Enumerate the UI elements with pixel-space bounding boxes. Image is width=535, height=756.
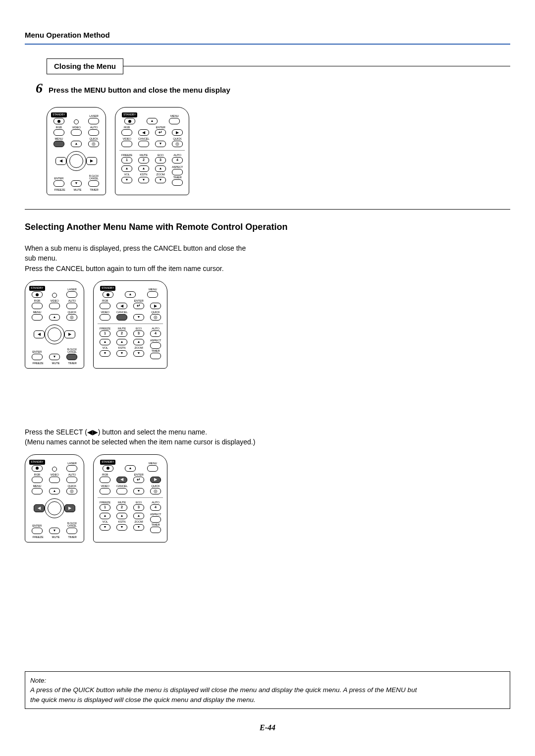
section-closing-menu: Closing the Menu	[47, 58, 510, 74]
right-button-b	[150, 477, 161, 483]
kstn-up	[116, 339, 127, 345]
remote-illustration-1: STANDBY LASER RGB VIDEO AUTO MENU QUICK …	[47, 107, 510, 195]
menu-button-b	[169, 118, 180, 124]
cancel-button	[66, 354, 77, 360]
label-menu-b: MENU	[149, 288, 157, 291]
zoom-up	[155, 165, 166, 172]
label-rgb-b: RGB	[102, 473, 108, 476]
vol-up	[121, 165, 132, 172]
label-rclick-cancel: R-CLICK/ CANCEL	[89, 175, 99, 180]
label-video: VIDEO	[72, 126, 80, 129]
down-button-b	[133, 314, 144, 321]
label-auto-b: AUTO	[152, 327, 159, 330]
down-button	[71, 180, 82, 187]
label-standby: STANDBY	[51, 112, 67, 117]
header-rule	[25, 44, 510, 45]
label-quick-b: QUICK	[173, 137, 182, 140]
label-video: VIDEO	[50, 473, 58, 476]
timer-button	[150, 527, 161, 533]
video-button	[71, 129, 82, 136]
vol-up	[100, 339, 110, 345]
label-auto: AUTO	[68, 299, 76, 302]
label-quick-b: QUICK	[151, 485, 160, 487]
remote-illustration-3: STANDBY LASER RGB VIDEO AUTO MENU QUICK …	[25, 454, 258, 542]
quick-button-b	[150, 314, 161, 321]
rgb-button-b	[121, 129, 132, 136]
label-timer: TIMER	[90, 188, 98, 191]
zoom-up	[133, 339, 144, 345]
label-timer: TIMER	[68, 536, 76, 539]
page-header-title: Menu Operation Method	[25, 30, 510, 41]
freeze-button-b: 1	[100, 504, 110, 511]
label-standby: STANDBY	[29, 460, 45, 465]
remote-b: STANDBY MENU RGB ENTER VIDEO CANCEL QUIC…	[115, 107, 189, 195]
kstn-down	[116, 524, 127, 531]
label-video: VIDEO	[50, 299, 58, 302]
label-enter-b: ENTER	[156, 126, 165, 129]
cancel-button	[88, 180, 99, 187]
label-rclick-cancel: R-CLICK/ CANCEL	[67, 348, 77, 353]
up-button	[49, 488, 60, 494]
auto-button	[66, 303, 77, 309]
label-rgb-b: RGB	[102, 299, 108, 302]
enter-button-b	[155, 129, 166, 136]
down-button-b	[133, 488, 144, 494]
video-button-b	[100, 488, 110, 494]
remote-b-2: STANDBY MENU RGB ENTER VIDEO CANCEL QUIC…	[93, 280, 167, 369]
label-kstn: KSTN	[118, 346, 126, 349]
up-button-b	[125, 291, 136, 298]
note-box: Note: A press of the QUICK button while …	[25, 671, 510, 709]
eco-button-b: 3	[155, 157, 166, 163]
label-enter: ENTER	[32, 350, 42, 353]
left-button-b	[138, 129, 149, 136]
freeze-button-b: 1	[100, 330, 110, 337]
remote-a-2: STANDBY LASER RGB VIDEO AUTO MENU QUICK …	[25, 280, 84, 369]
remote-a-3: STANDBY LASER RGB VIDEO AUTO MENU QUICK …	[25, 454, 84, 542]
menu-button-b	[147, 465, 158, 472]
label-cancel-b: CANCEL	[116, 485, 128, 487]
quick-button	[66, 314, 77, 321]
label-video-b: VIDEO	[101, 485, 109, 487]
label-enter-b: ENTER	[134, 299, 144, 302]
zoom-down	[133, 524, 144, 531]
video-button-b	[121, 141, 132, 147]
label-freeze-b: FREEZE	[100, 327, 110, 330]
label-laser: LASER	[89, 114, 98, 117]
label-timer-b: TIMER	[173, 176, 181, 179]
standby-button-b	[103, 465, 113, 472]
label-aspect: ASPECT	[172, 165, 183, 168]
label-mute: MUTE	[52, 362, 59, 365]
standby-button-b	[103, 291, 113, 298]
label-cancel-b: CANCEL	[116, 311, 128, 314]
vol-up	[100, 513, 110, 519]
aspect-button	[150, 516, 161, 523]
rgb-button	[32, 303, 43, 309]
right-button	[64, 330, 75, 338]
label-laser: LASER	[67, 462, 76, 465]
section2-p3: Press the SELECT (◀▶) button and select …	[25, 427, 258, 437]
down-button	[49, 528, 60, 534]
rgb-button	[54, 129, 64, 136]
zoom-down	[155, 177, 166, 183]
quick-button	[88, 141, 99, 147]
label-enter: ENTER	[32, 524, 42, 527]
enter-button	[32, 528, 43, 534]
kstn-down	[138, 177, 149, 183]
label-enter-b: ENTER	[134, 473, 144, 476]
step-text: Press the MENU button and close the menu…	[49, 85, 230, 96]
label-mute: MUTE	[73, 188, 81, 191]
label-laser: LASER	[67, 288, 76, 291]
up-button-b	[147, 118, 158, 124]
right-button	[64, 504, 75, 512]
laser-button	[88, 118, 99, 124]
menu-button	[32, 488, 43, 494]
label-timer: TIMER	[68, 362, 76, 365]
note-label: Note:	[30, 676, 505, 686]
label-rclick-cancel: R-CLICK/ CANCEL	[67, 522, 77, 527]
video-button	[49, 477, 60, 483]
label-cancel-b: CANCEL	[138, 137, 150, 140]
auto-button	[88, 129, 99, 136]
right-button-b	[150, 303, 161, 309]
label-kstn: KSTN	[140, 173, 148, 176]
label-mute: MUTE	[52, 536, 59, 539]
